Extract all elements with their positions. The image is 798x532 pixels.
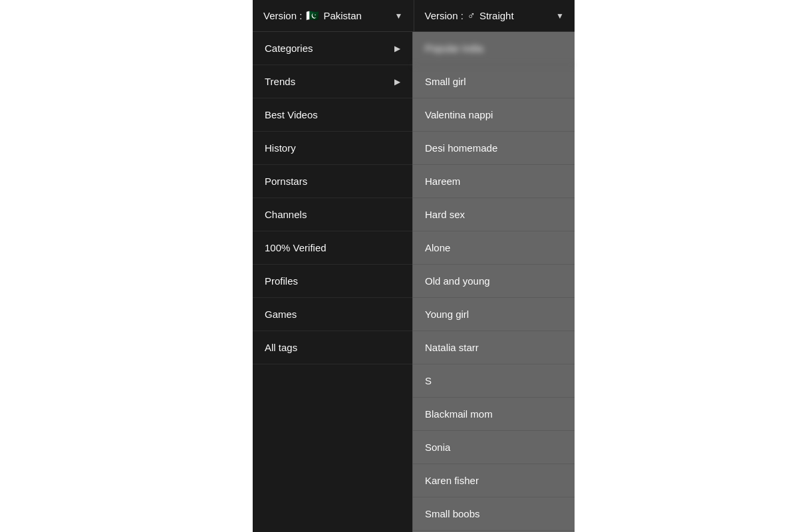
right-menu-item-old-and-young[interactable]: Old and young (413, 265, 575, 298)
right-menu-item-blackmail-mom[interactable]: Blackmail mom (413, 398, 575, 431)
arrow-right-icon: ▶ (394, 44, 400, 53)
pakistan-flag-icon: 🇵🇰 (306, 9, 319, 22)
right-menu-item-hard-sex[interactable]: Hard sex (413, 198, 575, 231)
chevron-down-icon-1: ▼ (395, 11, 403, 21)
right-menu-item-small-girl[interactable]: Small girl (413, 65, 575, 98)
left-menu-label-all-tags: All tags (265, 342, 297, 353)
menu-body: Categories▶Trends▶Best VideosHistoryPorn… (253, 32, 575, 532)
right-menu-item-popular-india[interactable]: Popular india (413, 32, 575, 65)
right-menu-item-alone[interactable]: Alone (413, 231, 575, 265)
right-menu-item-sonia[interactable]: Sonia (413, 431, 575, 464)
pakistan-name: Pakistan (323, 10, 362, 21)
straight-icon: ♂ (467, 10, 475, 22)
right-menu-item-karen-fisher[interactable]: Karen fisher (413, 464, 575, 497)
left-menu-item-games[interactable]: Games (253, 298, 412, 331)
left-menu-item-channels[interactable]: Channels (253, 198, 412, 231)
straight-name: Straight (479, 10, 514, 21)
left-menu-item-verified[interactable]: 100% Verified (253, 231, 412, 265)
menu-container: Version : 🇵🇰 Pakistan ▼ Version : ♂ Stra… (253, 0, 575, 532)
left-menu: Categories▶Trends▶Best VideosHistoryPorn… (253, 32, 412, 532)
left-menu-item-best-videos[interactable]: Best Videos (253, 98, 412, 132)
right-menu-item-small-boobs[interactable]: Small boobs (413, 497, 575, 531)
version-pakistan-button[interactable]: Version : 🇵🇰 Pakistan ▼ (253, 0, 414, 31)
left-menu-item-categories[interactable]: Categories▶ (253, 32, 412, 65)
left-menu-label-pornstars: Pornstars (265, 176, 307, 187)
arrow-right-icon: ▶ (394, 77, 400, 86)
left-menu-label-trends: Trends (265, 76, 295, 87)
left-menu-label-categories: Categories (265, 43, 313, 54)
right-menu-item-hareem[interactable]: Hareem (413, 165, 575, 198)
left-menu-label-profiles: Profiles (265, 275, 298, 287)
left-menu-item-pornstars[interactable]: Pornstars (253, 165, 412, 198)
version-label-1: Version : (263, 10, 302, 21)
left-menu-item-history[interactable]: History (253, 132, 412, 165)
left-menu-label-verified: 100% Verified (265, 242, 327, 253)
left-menu-label-history: History (265, 142, 296, 154)
left-menu-label-games: Games (265, 309, 297, 320)
left-menu-item-all-tags[interactable]: All tags (253, 331, 412, 364)
chevron-down-icon-2: ▼ (556, 11, 564, 21)
header-bar: Version : 🇵🇰 Pakistan ▼ Version : ♂ Stra… (253, 0, 575, 32)
right-menu-item-natalia-starr[interactable]: Natalia starr (413, 331, 575, 364)
left-menu-item-profiles[interactable]: Profiles (253, 265, 412, 298)
right-menu-item-valentina-nappi[interactable]: Valentina nappi (413, 98, 575, 132)
left-menu-label-best-videos: Best Videos (265, 109, 318, 120)
right-menu-item-desi-homemade[interactable]: Desi homemade (413, 132, 575, 165)
right-menu: Popular indiaSmall girlValentina nappiDe… (412, 32, 575, 532)
version-straight-button[interactable]: Version : ♂ Straight ▼ (414, 0, 575, 31)
right-menu-item-young-girl[interactable]: Young girl (413, 298, 575, 331)
left-menu-label-channels: Channels (265, 209, 307, 220)
right-menu-item-s[interactable]: S (413, 364, 575, 398)
version-label-2: Version : (425, 10, 464, 21)
left-menu-item-trends[interactable]: Trends▶ (253, 65, 412, 98)
